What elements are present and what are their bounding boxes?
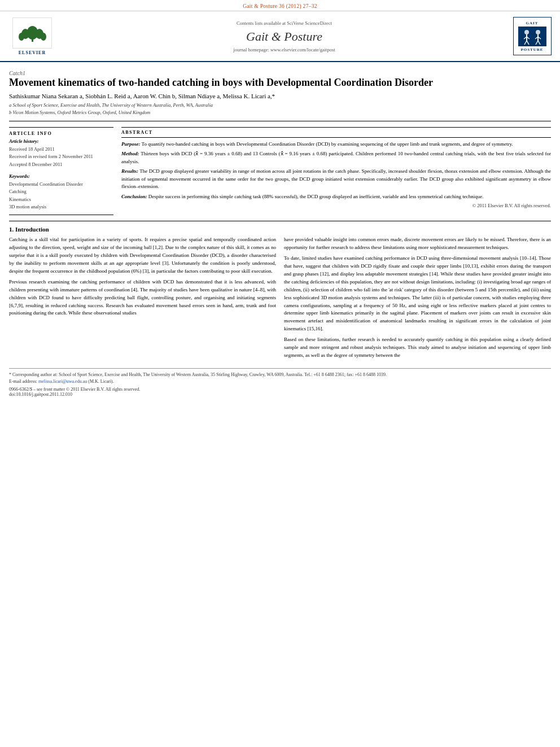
article-info-column: ARTICLE INFO Article history: Received 1… (9, 127, 113, 215)
abstract-method: Method: Thirteen boys with DCD (x̄ = 9.3… (121, 150, 551, 165)
journal-citation-bar: Gait & Posture 36 (2012) 27–32 (0, 0, 560, 11)
keyword-1: Developmental Coordination Disorder (9, 181, 113, 189)
conclusion-text: Despite success in performing this simpl… (148, 194, 484, 199)
affiliation-a: a School of Sport Science, Exercise and … (9, 102, 551, 109)
journal-logo-svg (518, 27, 546, 46)
results-text: The DCD group displayed greater variabil… (121, 168, 551, 189)
page-wrapper: Gait & Posture 36 (2012) 27–32 ELSEVIER (0, 0, 560, 403)
authors-line: Sathiskumar Niana Sekaran a, Siobhán L. … (9, 93, 551, 99)
homepage-text: journal homepage: www.elsevier.com/locat… (233, 47, 335, 53)
abstract-results: Results: The DCD group displayed greater… (121, 168, 551, 191)
email-label: E-mail address: (9, 379, 37, 384)
article-info-box: ARTICLE INFO Article history: Received 1… (9, 127, 113, 215)
conclusion-label: Conclusion: (121, 194, 147, 199)
footer-rights: 0966-6362/$ – see front matter © 2011 El… (9, 387, 551, 397)
received-date: Received 18 April 2011 (9, 146, 113, 154)
abstract-conclusion: Conclusion: Despite success in performin… (121, 193, 551, 201)
svg-point-4 (19, 33, 24, 41)
doi-text: doi:10.1016/j.gaitpost.2011.12.010 (9, 392, 551, 397)
keywords-title: Keywords: (9, 173, 113, 179)
abstract-column: ABSTRACT Purpose: To quantify two-handed… (121, 127, 551, 215)
keyword-2: Catching (9, 188, 113, 196)
intro-col-left: Catching is a skill vital for participat… (9, 236, 276, 362)
svg-point-7 (524, 30, 529, 34)
accepted-date: Accepted 8 December 2011 (9, 161, 113, 169)
intro-col2-p3: Based on these limitations, further rese… (284, 336, 551, 360)
abstract-copyright: © 2011 Elsevier B.V. All rights reserved… (121, 203, 551, 208)
intro-title: 1. Introduction (9, 226, 551, 233)
elsevier-tree-svg (17, 21, 48, 44)
elsevier-logo-area: ELSEVIER (7, 17, 58, 55)
article-title-section: Catch1 Movement kinematics of two-handed… (9, 70, 551, 121)
affiliation-b: b Vicon Motion Systems, Oxford Metrics G… (9, 109, 551, 116)
sciverse-line: Contents lists available at SciVerse Sci… (237, 20, 332, 26)
main-content: Catch1 Movement kinematics of two-handed… (0, 62, 560, 403)
affiliations: a School of Sport Science, Exercise and … (9, 102, 551, 116)
elsevier-text: ELSEVIER (19, 50, 46, 55)
journal-logo-image (518, 27, 546, 46)
intro-col2-p1: have provided valuable insight into comm… (284, 236, 551, 252)
journal-header: ELSEVIER Contents lists available at Sci… (0, 11, 560, 62)
email-line: E-mail address: melissa.licari@uwa.edu.a… (9, 378, 551, 385)
svg-rect-6 (518, 27, 546, 46)
keywords-section: Keywords: Developmental Coordination Dis… (9, 173, 113, 211)
info-abstract-columns: ARTICLE INFO Article history: Received 1… (9, 127, 551, 215)
sciverse-prefix: Contents lists available at SciVerse Sci… (237, 20, 332, 26)
footer-notes: * Corresponding author at: School of Spo… (9, 368, 551, 385)
journal-title: Gait & Posture (246, 29, 322, 44)
purpose-label: Purpose: (121, 141, 141, 147)
logo-top-text: GAIT (526, 21, 539, 25)
svg-point-13 (536, 30, 540, 34)
intro-col2-p2: To date, limited studies have examined c… (284, 255, 551, 333)
intro-p1: Catching is a skill vital for participat… (9, 236, 276, 276)
history-title: Article history: (9, 138, 113, 144)
header-middle: Contents lists available at SciVerse Sci… (63, 17, 505, 55)
abstract-purpose: Purpose: To quantify two-handed catching… (121, 141, 551, 148)
intro-p2: Previous research examining the catching… (9, 278, 276, 318)
intro-col-right: have provided valuable insight into comm… (284, 236, 551, 362)
elsevier-logo (12, 18, 52, 49)
journal-citation: Gait & Posture 36 (2012) 27–32 (243, 3, 317, 9)
method-text: Thirteen boys with DCD (x̄ = 9.36 years … (121, 151, 551, 164)
logo-bottom-text: POSTURE (520, 47, 543, 52)
rights-text: 0966-6362/$ – see front matter © 2011 El… (9, 387, 551, 392)
article-main-title: Movement kinematics of two-handed catchi… (9, 76, 551, 89)
authors-text: Sathiskumar Niana Sekaran a, Siobhán L. … (9, 93, 275, 99)
journal-logo-box: GAIT (513, 17, 552, 55)
section-divider (9, 221, 551, 221)
keyword-3: Kinematics (9, 196, 113, 204)
revised-date: Received in revised form 2 November 2011 (9, 153, 113, 161)
corresponding-note: * Corresponding author at: School of Spo… (9, 372, 551, 378)
svg-point-5 (41, 33, 46, 41)
results-label: Results: (121, 168, 138, 174)
journal-logo-area: GAIT (511, 17, 553, 55)
catch-label: Catch1 (9, 70, 551, 76)
keyword-4: 3D motion analysis (9, 203, 113, 211)
email-note: (M.K. Licari). (88, 379, 113, 384)
email-address: melissa.licari@uwa.edu.au (38, 379, 87, 384)
method-label: Method: (121, 151, 139, 156)
purpose-text: To quantify two-handed catching in boys … (142, 141, 513, 147)
article-info-title: ARTICLE INFO (9, 131, 113, 136)
intro-section: 1. Introduction Catching is a skill vita… (9, 226, 551, 362)
intro-columns: Catching is a skill vital for participat… (9, 236, 551, 362)
abstract-title: ABSTRACT (121, 127, 551, 138)
journal-homepage: journal homepage: www.elsevier.com/locat… (233, 47, 335, 53)
